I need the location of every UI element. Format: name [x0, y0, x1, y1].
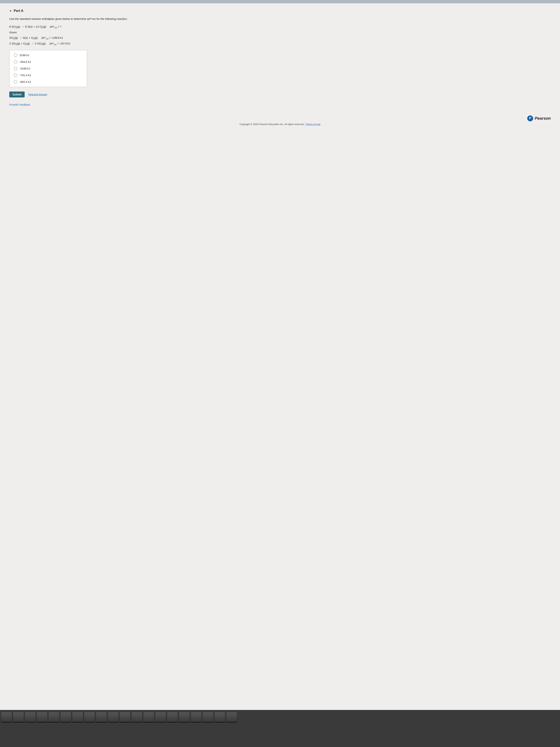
key-11 — [119, 712, 131, 722]
provide-feedback-link[interactable]: Provide Feedback — [9, 103, 30, 106]
request-answer-link[interactable]: Request Answer — [28, 93, 47, 96]
copyright-line: Copyright © 2020 Pearson Education Inc. … — [9, 123, 551, 126]
key-18 — [203, 712, 214, 722]
given-reaction-1-equation: SO2(g) → S(s) + O2(g) — [9, 35, 37, 41]
submit-button[interactable]: Submit — [9, 92, 25, 98]
given-label: Given: — [9, 30, 17, 35]
key-8 — [84, 712, 95, 722]
given-reaction-2-enthalpy: ΔH°rxn = -197.8 kJ — [49, 41, 70, 46]
pearson-icon-letter: P — [529, 117, 531, 120]
copyright-text: Copyright © 2020 Pearson Education Inc. … — [240, 123, 304, 126]
option-row-3[interactable]: -3166 kJ — [14, 67, 82, 70]
option-label-3: -3166 kJ — [20, 67, 30, 70]
key-19 — [214, 712, 225, 722]
given-reaction-2-equation: 2 SO2(g) + O2(g) → 2 SO3(g) — [9, 41, 46, 46]
key-17 — [191, 712, 202, 722]
radio-option-2[interactable] — [14, 60, 17, 63]
key-3 — [25, 712, 36, 722]
given-label-line: Given: — [9, 30, 551, 35]
action-row: Submit Request Answer — [9, 92, 551, 98]
option-row-5[interactable]: -692.4 kJ — [14, 80, 82, 83]
given-reaction-2-line: 2 SO2(g) + O2(g) → 2 SO3(g) ΔH°rxn = -19… — [9, 41, 551, 46]
option-row-4[interactable]: -791.4 kJ — [14, 74, 82, 77]
pearson-brand-text: Pearson — [535, 116, 551, 121]
radio-option-5[interactable] — [14, 80, 17, 83]
key-15 — [167, 712, 178, 722]
option-label-4: -791.4 kJ — [20, 74, 31, 77]
main-reaction-equation: 8 SO3(g) → 8 S(s) + 12 O2(g) — [9, 24, 46, 29]
reaction-block: 8 SO3(g) → 8 S(s) + 12 O2(g) ΔH°rxn = ? … — [9, 24, 551, 46]
separator: | — [305, 123, 306, 126]
option-label-5: -692.4 kJ — [20, 80, 31, 83]
key-1 — [1, 712, 12, 722]
keyboard-bar — [0, 710, 560, 747]
given-reaction-1-line: SO2(g) → S(s) + O2(g) ΔH°rxn = +296.8 kJ — [9, 35, 551, 41]
collapse-arrow-icon[interactable]: ▼ — [9, 9, 12, 12]
key-12 — [131, 712, 142, 722]
part-title: Part A — [14, 9, 23, 13]
terms-of-use-link[interactable]: Terms of Use — [306, 123, 321, 126]
main-reaction-enthalpy: ΔH°rxn = ? — [50, 24, 61, 29]
pearson-icon: P — [527, 115, 533, 121]
key-13 — [143, 712, 154, 722]
key-5 — [48, 712, 59, 722]
problem-text: Use the standard reaction enthalpies giv… — [9, 17, 551, 21]
pearson-logo: P Pearson — [527, 115, 551, 121]
key-9 — [96, 712, 107, 722]
radio-option-1[interactable] — [14, 54, 17, 57]
key-20 — [226, 712, 237, 722]
key-2 — [13, 712, 24, 722]
option-row-1[interactable]: 3166 kJ — [14, 54, 82, 57]
key-4 — [36, 712, 48, 722]
part-header: ▼ Part A — [9, 9, 551, 13]
key-10 — [108, 712, 119, 722]
option-row-2[interactable]: -494.6 kJ — [14, 60, 82, 63]
main-reaction-line: 8 SO3(g) → 8 S(s) + 12 O2(g) ΔH°rxn = ? — [9, 24, 551, 29]
given-reaction-1-enthalpy: ΔH°rxn = +296.8 kJ — [41, 35, 63, 41]
option-label-1: 3166 kJ — [20, 54, 29, 57]
key-14 — [155, 712, 166, 722]
bottom-section: P Pearson Copyright © 2020 Pearson Educa… — [9, 115, 551, 126]
radio-option-4[interactable] — [14, 74, 17, 77]
top-bar — [0, 0, 560, 3]
key-6 — [60, 712, 71, 722]
content-area: ▼ Part A Use the standard reaction entha… — [0, 3, 560, 710]
option-label-2: -494.6 kJ — [20, 60, 31, 63]
radio-option-3[interactable] — [14, 67, 17, 70]
key-16 — [179, 712, 190, 722]
key-7 — [72, 712, 83, 722]
options-box: 3166 kJ -494.6 kJ -3166 kJ -791.4 kJ -69… — [9, 50, 87, 87]
